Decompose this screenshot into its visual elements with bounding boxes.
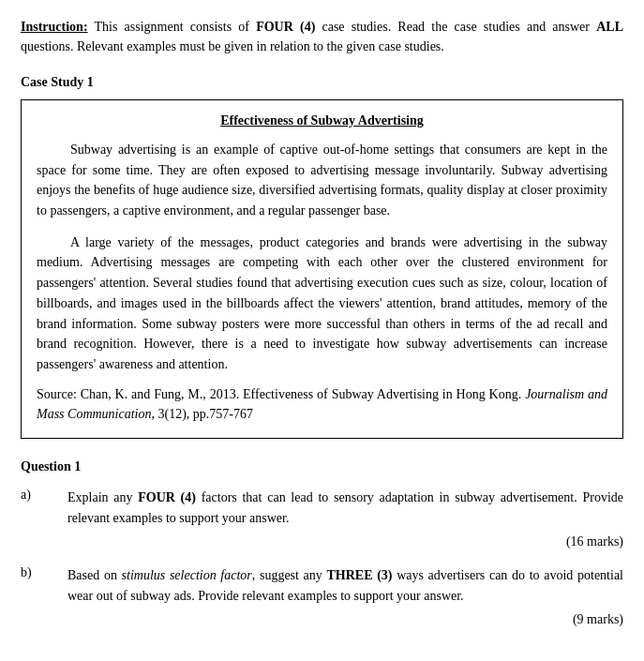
source-text: Source: Chan, K. and Fung, M., 2013. Eff…	[37, 387, 525, 401]
box-paragraph-1: Subway advertising is an example of capt…	[37, 140, 607, 221]
question-content-b: Based on stimulus selection factor, sugg…	[67, 565, 623, 630]
question-item-a: a) Explain any FOUR (4) factors that can…	[21, 488, 623, 552]
instruction-label: Instruction:	[21, 20, 88, 34]
box-paragraph-2: A large variety of the messages, product…	[37, 233, 607, 375]
question-letter-b: b)	[21, 565, 67, 580]
instruction-bold2: ALL	[596, 20, 623, 34]
box-heading: Effectiveness of Subway Advertising	[37, 113, 607, 128]
case-study-box: Effectiveness of Subway Advertising Subw…	[21, 99, 623, 439]
q-b-text2: , suggest any	[252, 568, 327, 582]
question-title: Question 1	[21, 459, 623, 474]
instruction-text1: This assignment consists of	[88, 20, 257, 34]
instruction-text3: questions. Relevant examples must be giv…	[21, 39, 444, 53]
case-study-title: Case Study 1	[21, 75, 623, 90]
q-a-text: Explain any	[67, 490, 138, 504]
question-item-b: b) Based on stimulus selection factor, s…	[21, 565, 623, 630]
instruction-bold1: FOUR (4)	[256, 20, 315, 34]
question-content-a: Explain any FOUR (4) factors that can le…	[67, 488, 623, 552]
q-b-bold: THREE (3)	[327, 568, 393, 582]
q-a-bold: FOUR (4)	[138, 490, 196, 504]
source-rest: , 3(12), pp.757-767	[152, 407, 254, 421]
q-a-marks: (16 marks)	[67, 532, 623, 552]
question-letter-a: a)	[21, 488, 67, 503]
q-b-marks: (9 marks)	[67, 609, 623, 630]
q-b-italic: stimulus selection factor	[122, 568, 252, 582]
instruction-text2: case studies. Read the case studies and …	[315, 20, 596, 34]
question-section: Question 1 a) Explain any FOUR (4) facto…	[21, 459, 623, 630]
q-b-text: Based on	[67, 568, 122, 582]
source-line: Source: Chan, K. and Fung, M., 2013. Eff…	[37, 384, 607, 425]
instruction-block: Instruction: This assignment consists of…	[21, 17, 623, 56]
